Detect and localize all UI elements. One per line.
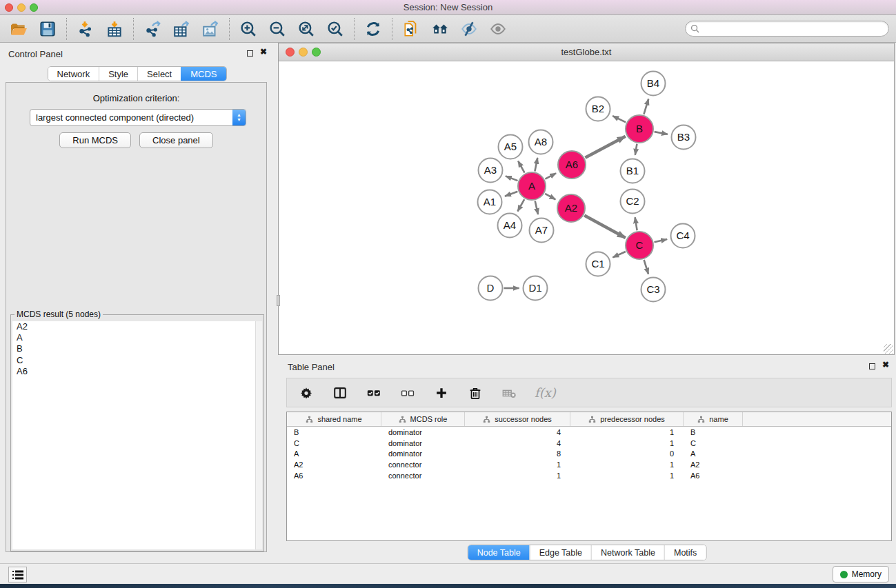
open-session-icon[interactable]: [10, 20, 28, 38]
show-all-eye-icon[interactable]: [489, 20, 507, 38]
table-cell: A: [684, 449, 743, 458]
edge-A-A7[interactable]: [535, 201, 538, 215]
tab-style[interactable]: Style: [99, 67, 137, 81]
window-resize-grip[interactable]: [884, 344, 893, 354]
edge-A-A5[interactable]: [518, 161, 524, 173]
column-header-shared-name[interactable]: shared name: [287, 412, 381, 426]
table-row[interactable]: Bdominator41B: [287, 427, 891, 438]
column-header-MCDS-role[interactable]: MCDS role: [381, 412, 465, 426]
node-label-C3: C3: [646, 283, 659, 295]
deselect-all-checks-icon[interactable]: [399, 385, 416, 401]
zoom-selected-icon[interactable]: [326, 20, 344, 38]
select-stepper-icon: ▲▼: [232, 110, 246, 125]
close-panel-icon[interactable]: ✖: [260, 47, 267, 57]
network-view-window: testGlobe.txt AA1A2A3A4A5A6A7A8BB1B2B3B4…: [278, 43, 895, 355]
node-label-D: D: [487, 282, 495, 294]
tab-select[interactable]: Select: [137, 67, 181, 81]
table-row[interactable]: Adominator80A: [287, 449, 891, 460]
import-table-icon[interactable]: [106, 20, 123, 38]
edge-A-A3[interactable]: [506, 176, 518, 181]
edge-B-B2[interactable]: [613, 116, 626, 122]
edge-B-B1[interactable]: [635, 144, 637, 155]
edge-C-C3[interactable]: [644, 260, 648, 274]
result-list-item[interactable]: A6: [12, 366, 255, 377]
optimization-criterion-label: Optimization criterion:: [6, 93, 266, 103]
memory-button[interactable]: Memory: [833, 566, 889, 582]
memory-label: Memory: [852, 569, 882, 579]
edge-C-C1[interactable]: [613, 252, 626, 257]
export-table-icon[interactable]: [172, 20, 190, 38]
tab-network[interactable]: Network: [48, 67, 99, 81]
node-label-B3: B3: [677, 131, 690, 143]
table-cell: 0: [570, 449, 684, 458]
edge-B-B3[interactable]: [655, 132, 668, 134]
zoom-out-icon[interactable]: [268, 20, 286, 38]
refresh-icon[interactable]: [364, 20, 382, 38]
network-window-titlebar[interactable]: testGlobe.txt: [279, 43, 894, 61]
node-table-body: Bdominator41BCdominator41CAdominator80AA…: [287, 427, 891, 481]
hide-selected-eye-icon[interactable]: [460, 20, 478, 38]
column-header-label: name: [709, 415, 728, 423]
edge-A6-B[interactable]: [585, 136, 625, 158]
table-options-gear-icon[interactable]: [298, 385, 315, 401]
status-bar: Memory: [0, 563, 896, 584]
mcds-panel: Optimization criterion: largest connecte…: [6, 82, 267, 552]
run-mcds-button[interactable]: Run MCDS: [59, 132, 131, 148]
edge-B-B4[interactable]: [644, 99, 648, 114]
edge-A-A2[interactable]: [545, 194, 555, 200]
result-list-item[interactable]: A: [12, 332, 255, 343]
column-header-name[interactable]: name: [684, 412, 743, 426]
mcds-result-list: A2ABCA6: [12, 321, 255, 549]
search-input[interactable]: [699, 24, 884, 34]
add-column-icon[interactable]: [433, 385, 450, 401]
column-header-label: predecessor nodes: [600, 415, 665, 423]
zoom-in-icon[interactable]: [239, 20, 257, 38]
table-row[interactable]: A2connector11A2: [287, 459, 891, 470]
edge-A-A8[interactable]: [535, 158, 537, 171]
edge-A-A6[interactable]: [545, 173, 556, 179]
edge-A2-C[interactable]: [584, 216, 626, 239]
show-columns-icon[interactable]: [332, 385, 348, 401]
edge-C-C4[interactable]: [655, 239, 668, 242]
close-panel-button[interactable]: Close panel: [139, 132, 213, 148]
panel-divider-handle[interactable]: [277, 295, 280, 306]
tab-node-table[interactable]: Node Table: [468, 545, 530, 560]
result-list-item[interactable]: B: [12, 343, 255, 354]
table-row[interactable]: A6connector11A6: [287, 470, 891, 481]
result-list-item[interactable]: C: [12, 355, 255, 366]
task-history-button[interactable]: [8, 567, 27, 582]
criterion-select[interactable]: largest connected component (directed) ▲…: [30, 109, 246, 126]
edge-A-A4[interactable]: [518, 199, 525, 211]
result-list-scrollbar[interactable]: [255, 321, 262, 549]
tab-mcds[interactable]: MCDS: [181, 67, 226, 81]
table-row[interactable]: Cdominator41C: [287, 438, 891, 449]
network-canvas[interactable]: AA1A2A3A4A5A6A7A8BB1B2B3B4CC1C2C3C4DD1: [279, 61, 894, 354]
search-field[interactable]: [685, 21, 889, 37]
save-session-icon[interactable]: [39, 20, 57, 38]
result-list-item[interactable]: A2: [12, 321, 255, 332]
new-network-icon[interactable]: [402, 20, 420, 38]
close-table-panel-icon[interactable]: ✖: [882, 360, 889, 369]
edge-A-A1[interactable]: [505, 192, 517, 196]
tab-network-table[interactable]: Network Table: [591, 545, 664, 560]
select-all-checks-icon[interactable]: [366, 385, 382, 401]
function-builder-label[interactable]: f(x): [535, 385, 556, 400]
zoom-fit-icon[interactable]: [297, 20, 315, 38]
import-network-icon[interactable]: [77, 20, 94, 38]
float-panel-icon[interactable]: [247, 50, 253, 57]
column-header-successor-nodes[interactable]: successor nodes: [465, 412, 570, 426]
tab-motifs[interactable]: Motifs: [664, 545, 706, 560]
export-network-icon[interactable]: [143, 20, 161, 38]
group-nodes-icon[interactable]: [431, 20, 449, 38]
float-table-panel-icon[interactable]: [869, 363, 875, 369]
column-header-predecessor-nodes[interactable]: predecessor nodes: [570, 412, 684, 426]
delete-column-trash-icon[interactable]: [467, 385, 484, 401]
node-label-A7: A7: [535, 224, 548, 236]
tab-edge-table[interactable]: Edge Table: [530, 545, 591, 560]
delete-table-icon[interactable]: [501, 385, 517, 401]
export-image-icon[interactable]: [201, 20, 219, 38]
node-label-A3: A3: [484, 164, 497, 176]
node-label-A: A: [528, 180, 535, 192]
table-type-tabs: Node TableEdge TableNetwork TableMotifs: [468, 545, 707, 560]
edge-C-C2[interactable]: [635, 217, 637, 230]
